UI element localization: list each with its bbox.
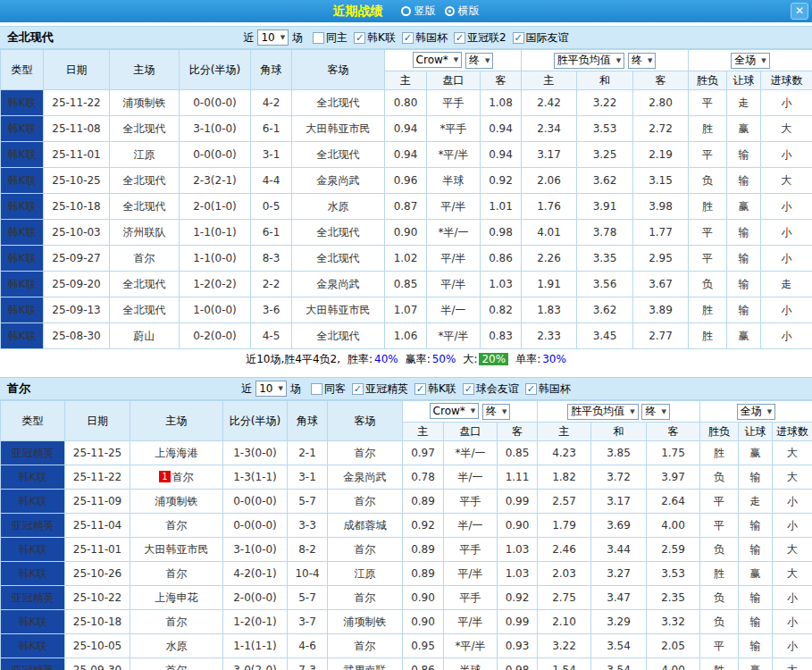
checkbox-checked-icon[interactable]: ✓ [513, 32, 524, 44]
cell-score[interactable]: 0-0(0-0) [180, 90, 251, 116]
close-button[interactable]: ✕ [791, 3, 808, 20]
cell-corner: 3-3 [288, 514, 328, 538]
cell-away-team[interactable]: 金泉尚武 [292, 272, 385, 297]
cell-home-team[interactable]: 浦项制铁 [110, 90, 180, 116]
europe-odds-select[interactable]: 胜平负均值▼ [554, 53, 624, 69]
cell-away-team[interactable]: 首尔 [328, 538, 403, 562]
cell-score[interactable]: 0-0(0-0) [223, 490, 288, 514]
cell-home-team[interactable]: 蔚山 [110, 323, 180, 349]
cell-ah-home-odds: 0.90 [403, 610, 444, 634]
cell-home-team[interactable]: 全北现代 [110, 272, 180, 297]
result-scope-select[interactable]: 全场▼ [731, 53, 769, 69]
cell-away-team[interactable]: 全北现代 [292, 90, 385, 116]
cell-away-team[interactable]: 金泉尚武 [328, 465, 403, 490]
checkbox-unchecked-icon[interactable] [313, 32, 324, 44]
cell-score[interactable]: 2-3(2-1) [180, 168, 251, 194]
cell-home-team[interactable]: 首尔 [130, 562, 223, 586]
cell-league: 亚冠精英 [1, 586, 65, 610]
cell-score[interactable]: 1-2(0-1) [223, 610, 288, 634]
cell-away-team[interactable]: 水原 [292, 194, 385, 220]
filter-checkbox-item[interactable]: ✓韩K联 [354, 30, 396, 46]
cell-away-team[interactable]: 首尔 [328, 634, 403, 658]
cell-away-team[interactable]: 首尔 [328, 441, 403, 465]
cell-home-team[interactable]: 上海申花 [130, 586, 223, 610]
checkbox-checked-icon[interactable]: ✓ [402, 32, 414, 44]
cell-home-team[interactable]: 大田韩亚市民 [130, 538, 223, 562]
cell-away-team[interactable]: 金泉尚武 [292, 168, 385, 194]
radio-vertical-label: 竖版 [414, 4, 436, 19]
cell-score[interactable]: 0-2(0-0) [180, 323, 251, 349]
cell-score[interactable]: 3-1(0-0) [180, 116, 251, 142]
radio-horizontal-layout[interactable]: 横版 [445, 4, 480, 19]
cell-away-team[interactable]: 武里南联 [328, 658, 403, 670]
cell-home-team[interactable]: 首尔 [110, 246, 180, 272]
cell-home-team[interactable]: 1首尔 [130, 465, 223, 490]
odds-final-select[interactable]: 终▼ [465, 53, 493, 69]
odds-company-select[interactable]: Crow*▼ [413, 52, 463, 68]
cell-home-team[interactable]: 江原 [110, 142, 180, 168]
cell-away-team[interactable]: 江原 [328, 562, 403, 586]
cell-score[interactable]: 1-1(0-0) [180, 246, 251, 272]
filter-checkbox-item[interactable]: ✓国际友谊 [513, 30, 569, 46]
cell-away-team[interactable]: 首尔 [328, 586, 403, 610]
cell-home-team[interactable]: 首尔 [130, 514, 223, 538]
europe-final-select[interactable]: 终▼ [628, 53, 656, 69]
cell-score[interactable]: 0-0(0-0) [180, 142, 251, 168]
checkbox-checked-icon[interactable]: ✓ [352, 383, 364, 395]
filter-checkbox-item[interactable]: ✓韩K联 [414, 381, 456, 397]
cell-home-team[interactable]: 全北现代 [110, 194, 180, 220]
filter-checkbox-item[interactable]: ✓韩国杯 [525, 381, 571, 397]
checkbox-checked-icon[interactable]: ✓ [463, 383, 474, 395]
match-count-select[interactable]: 10▼ [257, 29, 289, 46]
checkbox-checked-icon[interactable]: ✓ [454, 32, 465, 44]
cell-score[interactable]: 1-0(0-0) [180, 297, 251, 323]
cell-score[interactable]: 2-0(0-0) [223, 586, 288, 610]
odds-company-select[interactable]: Crow*▼ [430, 403, 480, 419]
cell-score[interactable]: 1-3(1-1) [223, 465, 288, 490]
checkbox-checked-icon[interactable]: ✓ [525, 383, 537, 395]
cell-home-team[interactable]: 全北现代 [110, 168, 180, 194]
cell-home-team[interactable]: 上海海港 [130, 441, 223, 465]
cell-away-team[interactable]: 首尔 [328, 490, 403, 514]
cell-away-team[interactable]: 成都蓉城 [328, 514, 403, 538]
cell-score[interactable]: 1-1(0-1) [180, 220, 251, 246]
cell-away-team[interactable]: 大田韩亚市民 [292, 116, 385, 142]
cell-home-team[interactable]: 浦项制铁 [130, 490, 223, 514]
filter-checkbox-item[interactable]: 同客 [311, 381, 346, 397]
cell-away-team[interactable]: 全北现代 [292, 323, 385, 349]
cell-score[interactable]: 3-1(0-0) [223, 538, 288, 562]
filter-checkbox-item[interactable]: ✓球会友谊 [463, 381, 519, 397]
match-count-select[interactable]: 10▼ [255, 381, 287, 397]
cell-home-team[interactable]: 首尔 [130, 658, 223, 670]
filter-checkbox-item[interactable]: ✓亚冠联2 [454, 30, 506, 46]
cell-away-team[interactable]: 全北现代 [292, 246, 385, 272]
filter-checkbox-item[interactable]: ✓亚冠精英 [352, 381, 408, 397]
cell-away-team[interactable]: 全北现代 [292, 220, 385, 246]
cell-away-team[interactable]: 全北现代 [292, 142, 385, 168]
europe-odds-select[interactable]: 胜平负均值▼ [567, 404, 638, 420]
cell-score[interactable]: 1-2(0-2) [180, 272, 251, 297]
cell-score[interactable]: 1-1(1-1) [223, 634, 288, 658]
odds-final-select[interactable]: 终▼ [482, 404, 510, 420]
cell-home-team[interactable]: 全北现代 [110, 116, 180, 142]
cell-result-wdl: 平 [689, 220, 727, 246]
cell-home-team[interactable]: 首尔 [130, 610, 223, 634]
filter-checkbox-item[interactable]: ✓韩国杯 [402, 30, 448, 46]
radio-vertical-layout[interactable]: 竖版 [401, 4, 436, 19]
result-scope-select[interactable]: 全场▼ [737, 404, 775, 420]
cell-score[interactable]: 1-3(0-0) [223, 441, 288, 465]
cell-home-team[interactable]: 水原 [130, 634, 223, 658]
cell-score[interactable]: 4-2(0-1) [223, 562, 288, 586]
cell-score[interactable]: 3-0(2-0) [223, 658, 288, 670]
cell-score[interactable]: 2-0(1-0) [180, 194, 251, 220]
cell-home-team[interactable]: 济州联队 [110, 220, 180, 246]
europe-final-select[interactable]: 终▼ [641, 404, 669, 420]
checkbox-unchecked-icon[interactable] [311, 383, 322, 395]
cell-home-team[interactable]: 全北现代 [110, 297, 180, 323]
cell-away-team[interactable]: 大田韩亚市民 [292, 297, 385, 323]
cell-score[interactable]: 0-0(0-0) [223, 514, 288, 538]
checkbox-checked-icon[interactable]: ✓ [354, 32, 365, 44]
cell-away-team[interactable]: 浦项制铁 [328, 610, 403, 634]
filter-checkbox-item[interactable]: 同主 [313, 30, 347, 46]
checkbox-checked-icon[interactable]: ✓ [414, 383, 426, 395]
